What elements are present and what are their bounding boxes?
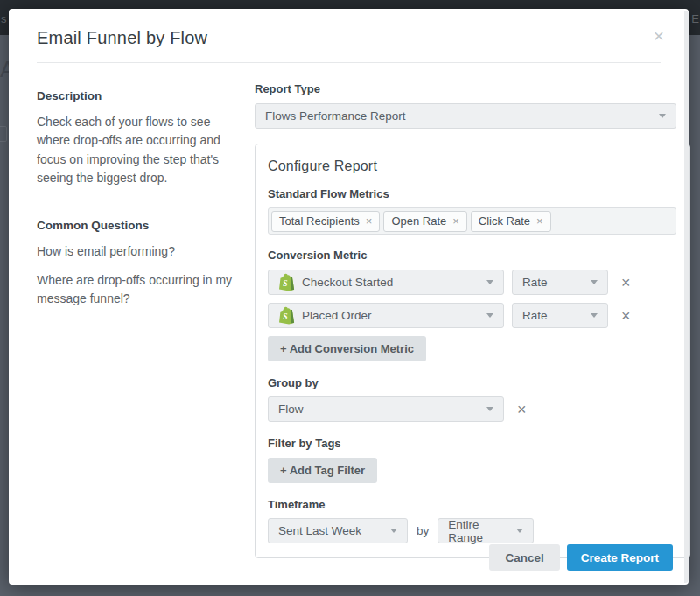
svg-text:S: S [283,312,287,321]
description-panel: Description Check each of your flows to … [37,82,240,558]
conversion-mode-select[interactable]: Rate [512,270,608,295]
timeframe-by-text: by [416,524,429,537]
conversion-metric-value: Placed Order [302,309,372,322]
timeframe-interval-value: Entire Range [448,518,516,544]
conversion-metric-row: S Checkout Started Rate × [268,270,676,295]
metric-tag[interactable]: Total Recipients × [271,211,380,232]
metric-tag-label: Total Recipients [279,214,360,228]
chevron-down-icon [591,313,598,318]
conversion-metric-select[interactable]: S Checkout Started [268,270,504,295]
conversion-metric-label: Conversion Metric [268,249,676,262]
close-icon[interactable]: × [654,28,664,44]
common-question: How is email performing? [37,242,240,261]
remove-conversion-metric-icon[interactable]: × [621,308,631,324]
chevron-down-icon [390,529,397,533]
report-type-value: Flows Performance Report [265,109,406,123]
modal-footer: Cancel Create Report [489,544,673,571]
report-type-select[interactable]: Flows Performance Report [255,103,676,129]
conversion-mode-value: Rate [522,309,548,322]
remove-tag-icon[interactable]: × [452,214,459,228]
configure-report-panel: Configure Report Standard Flow Metrics T… [255,144,690,558]
metric-tag-label: Open Rate [391,214,446,228]
background-text-fragment-left: s [1,12,7,25]
description-heading: Description [37,89,240,102]
report-type-label: Report Type [255,82,690,95]
description-text: Check each of your flows to see where dr… [37,113,240,187]
add-tag-filter-button[interactable]: + Add Tag Filter [268,458,377,483]
chevron-down-icon [486,313,494,318]
metric-tag-label: Click Rate [479,214,530,228]
standard-flow-metrics-label: Standard Flow Metrics [268,187,676,200]
remove-tag-icon[interactable]: × [366,214,373,228]
chevron-down-icon [486,407,494,411]
add-conversion-metric-button[interactable]: + Add Conversion Metric [268,336,426,361]
configure-report-heading: Configure Report [268,158,676,174]
metric-tag[interactable]: Open Rate × [383,211,466,232]
background-text-fragment-right: E [691,12,699,25]
timeframe-range-value: Sent Last Week [278,524,361,537]
common-questions-heading: Common Questions [37,219,240,232]
shopify-icon: S [278,306,295,325]
modal-title: Email Funnel by Flow [37,28,661,48]
timeframe-label: Timeframe [268,498,676,511]
chevron-down-icon [486,280,494,284]
timeframe-range-select[interactable]: Sent Last Week [268,518,408,543]
modal-header: Email Funnel by Flow × [9,9,689,48]
common-question: Where are drop-offs occurring in my mess… [37,271,240,308]
conversion-metric-value: Checkout Started [302,276,393,289]
conversion-metric-select[interactable]: S Placed Order [268,303,504,328]
conversion-mode-value: Rate [522,276,548,289]
group-by-label: Group by [268,376,676,389]
chevron-down-icon [591,280,598,284]
group-by-row: Flow × [268,396,676,422]
svg-text:S: S [283,278,287,288]
group-by-select[interactable]: Flow [268,396,504,422]
conversion-mode-select[interactable]: Rate [512,303,608,328]
email-funnel-modal: Email Funnel by Flow × Description Check… [9,9,689,585]
timeframe-row: Sent Last Week by Entire Range [268,518,676,543]
chevron-down-icon [516,529,523,533]
remove-group-by-icon[interactable]: × [517,402,527,417]
timeframe-interval-select[interactable]: Entire Range [438,518,534,543]
filter-by-tags-label: Filter by Tags [268,437,676,450]
remove-tag-icon[interactable]: × [536,214,543,228]
report-form: Report Type Flows Performance Report Con… [255,82,690,558]
background-input-outline [0,126,7,142]
chevron-down-icon [659,114,666,118]
cancel-button[interactable]: Cancel [489,544,559,571]
remove-conversion-metric-icon[interactable]: × [621,275,631,291]
modal-scrollbar[interactable] [684,11,689,583]
modal-body: Description Check each of your flows to … [9,63,689,558]
group-by-value: Flow [278,403,304,416]
shopify-icon: S [278,273,295,291]
conversion-metric-row: S Placed Order Rate × [268,303,676,328]
metric-tag[interactable]: Click Rate × [471,211,551,232]
create-report-button[interactable]: Create Report [567,544,673,571]
standard-metrics-tag-input[interactable]: Total Recipients × Open Rate × Click Rat… [268,207,676,235]
